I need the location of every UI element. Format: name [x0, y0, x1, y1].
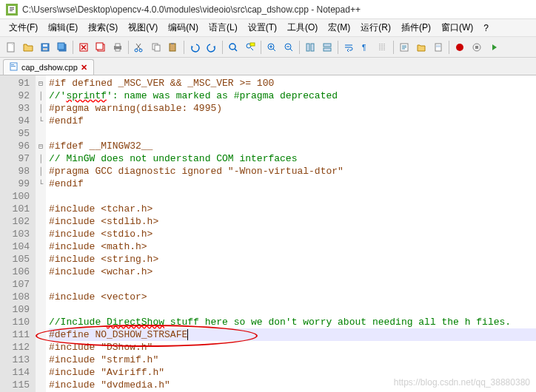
stop-macro-button[interactable] [469, 39, 485, 55]
toolbar-separator [393, 41, 394, 54]
menu-item[interactable]: 运行(R) [356, 20, 395, 36]
show-chars-button[interactable]: ¶ [358, 39, 374, 55]
menu-item[interactable]: 文件(F) [4, 20, 42, 36]
code-editor[interactable]: 9192939495969798991001011021031041051061… [0, 75, 536, 392]
close-button[interactable] [76, 39, 92, 55]
svg-rect-20 [155, 45, 160, 51]
wordwrap-button[interactable] [341, 39, 357, 55]
svg-text:¶: ¶ [362, 44, 366, 52]
svg-rect-22 [171, 43, 174, 44]
svg-point-23 [230, 44, 235, 50]
toolbar-separator [338, 41, 338, 54]
toolbar: ¶ [0, 37, 536, 58]
zoom-in-button[interactable] [264, 39, 280, 55]
svg-rect-13 [96, 43, 103, 50]
replace-button[interactable] [242, 39, 258, 55]
record-macro-button[interactable] [452, 39, 468, 55]
copy-button[interactable] [148, 39, 164, 55]
menu-item[interactable]: 宏(M) [324, 20, 355, 36]
svg-rect-25 [250, 43, 255, 46]
function-list-button[interactable] [396, 39, 412, 55]
sync-h-button[interactable] [319, 39, 335, 55]
svg-rect-8 [43, 48, 47, 50]
svg-rect-31 [324, 48, 331, 51]
toolbar-separator [128, 41, 129, 54]
tab-icon [10, 62, 19, 72]
menu-item[interactable]: 搜索(S) [84, 20, 122, 36]
fold-column[interactable]: ⊟││└⊟││└ [36, 75, 46, 392]
app-icon [6, 4, 18, 16]
watermark: https://blog.csdn.net/qq_38880380 [394, 377, 530, 388]
svg-point-36 [456, 44, 463, 51]
cut-button[interactable] [131, 39, 147, 55]
find-button[interactable] [225, 39, 241, 55]
menu-item[interactable]: 插件(P) [397, 20, 435, 36]
svg-rect-3 [10, 9, 14, 10]
folder-view-button[interactable] [413, 39, 429, 55]
sync-v-button[interactable] [302, 39, 318, 55]
menu-item[interactable]: 编码(N) [164, 20, 203, 36]
svg-rect-2 [10, 7, 14, 8]
svg-rect-40 [11, 64, 14, 65]
new-file-button[interactable] [3, 39, 19, 55]
menu-item[interactable]: 语言(L) [204, 20, 242, 36]
svg-rect-35 [436, 45, 440, 47]
toolbar-separator [73, 41, 73, 54]
title-bar: C:\Users\wse\Desktop\opencv-4.0.0\module… [0, 0, 536, 19]
tab-close-button[interactable]: ✕ [81, 63, 87, 72]
svg-rect-21 [170, 44, 175, 51]
open-file-button[interactable] [20, 39, 36, 55]
svg-rect-41 [11, 66, 16, 67]
toolbar-separator [261, 41, 261, 54]
line-number-gutter: 9192939495969798991001011021031041051061… [0, 75, 36, 392]
undo-button[interactable] [187, 39, 203, 55]
menu-item[interactable]: 视图(V) [124, 20, 162, 36]
menu-item[interactable]: 设置(T) [244, 20, 281, 36]
menu-item[interactable]: 窗口(W) [437, 20, 478, 36]
menu-item[interactable]: 工具(O) [283, 20, 322, 36]
indent-guide-button[interactable] [375, 39, 391, 55]
menu-item[interactable]: ? [479, 21, 493, 35]
svg-rect-30 [324, 44, 331, 47]
svg-rect-7 [43, 44, 47, 47]
zoom-out-button[interactable] [281, 39, 297, 55]
play-macro-button[interactable] [486, 39, 502, 55]
svg-rect-29 [311, 44, 314, 51]
toolbar-separator [449, 41, 449, 54]
svg-rect-4 [10, 10, 13, 11]
redo-button[interactable] [204, 39, 220, 55]
window-title: C:\Users\wse\Desktop\opencv-4.0.0\module… [22, 4, 361, 15]
doc-map-button[interactable] [430, 39, 446, 55]
svg-rect-28 [306, 44, 309, 51]
save-button[interactable] [37, 39, 53, 55]
svg-rect-10 [58, 43, 64, 50]
toolbar-separator [222, 41, 223, 54]
close-all-button[interactable] [93, 39, 109, 55]
tab-label: cap_dshow.cpp [21, 63, 78, 72]
print-button[interactable] [110, 39, 126, 55]
code-area[interactable]: #if defined _MSC_VER && _MSC_VER >= 100/… [46, 75, 536, 392]
toolbar-separator [299, 41, 300, 54]
svg-rect-38 [475, 46, 478, 49]
save-all-button[interactable] [54, 39, 70, 55]
tab-bar: cap_dshow.cpp ✕ [0, 58, 536, 75]
menu-bar: 文件(F)编辑(E)搜索(S)视图(V)编码(N)语言(L)设置(T)工具(O)… [0, 19, 536, 37]
file-tab[interactable]: cap_dshow.cpp ✕ [3, 59, 94, 75]
svg-rect-15 [115, 44, 120, 47]
menu-item[interactable]: 编辑(E) [44, 20, 82, 36]
toolbar-separator [184, 41, 184, 54]
svg-rect-16 [115, 49, 120, 51]
paste-button[interactable] [165, 39, 181, 55]
